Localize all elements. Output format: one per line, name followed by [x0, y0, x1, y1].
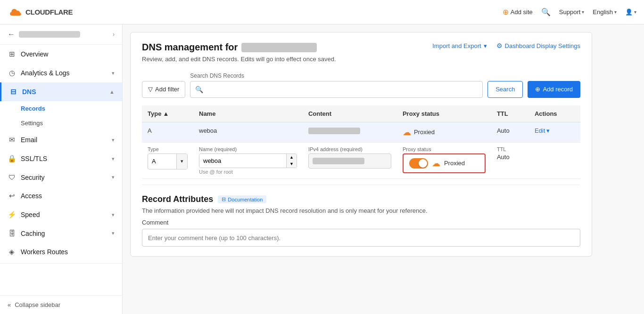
sidebar-item-email[interactable]: ✉ Email ▾: [0, 130, 122, 149]
topnav: CLOUDFLARE ⊕ Add site 🔍 Support ▾ Englis…: [0, 0, 644, 24]
name-arrow-up[interactable]: ▲: [287, 154, 297, 161]
record-attributes-title: Record Attributes ⊟ Documentation: [142, 194, 580, 204]
add-icon: ⊕: [535, 86, 540, 93]
title-prefix: DNS management for: [142, 42, 238, 53]
dns-card: DNS management for Review, add, and edit…: [130, 32, 592, 257]
sidebar-item-speed[interactable]: ⚡ Speed ▾: [0, 205, 122, 224]
analytics-caret-icon: ▾: [112, 70, 115, 76]
collapse-sidebar-button[interactable]: « Collapse sidebar: [0, 295, 122, 314]
proxy-value-label: Proxied: [444, 160, 465, 167]
table-row: A weboa ☁ Proxied: [142, 122, 580, 142]
col-proxy: Proxy status: [397, 105, 491, 122]
sidebar-item-label: Security: [21, 174, 45, 181]
dns-submenu: Records Settings: [0, 101, 122, 130]
sidebar-expand-icon[interactable]: ›: [113, 31, 115, 38]
sidebar-item-analytics[interactable]: ◷ Analytics & Logs ▾: [0, 64, 122, 82]
cell-name: weboa: [193, 122, 303, 142]
edit-actions-cell: [529, 142, 580, 179]
search-group: Search DNS Records 🔍: [190, 72, 483, 98]
overview-icon: ⊞: [8, 50, 16, 58]
comment-input[interactable]: [142, 229, 580, 247]
table-body: A weboa ☁ Proxied: [142, 122, 580, 179]
support-caret-icon: ▾: [582, 9, 584, 15]
workers-icon: ◈: [8, 248, 16, 256]
name-arrows: ▲ ▼: [286, 154, 297, 168]
topnav-right: ⊕ Add site 🔍 Support ▾ English ▾ 👤 ▾: [503, 8, 636, 16]
sidebar-item-overview[interactable]: ⊞ Overview: [0, 45, 122, 64]
type-select-wrap: A AAAA CNAME MX TXT ▾: [148, 153, 188, 169]
sidebar-item-workers[interactable]: ◈ Workers Routes: [0, 242, 122, 261]
ip-field-label: IPv4 address (required): [308, 146, 391, 152]
card-actions: Import and Export ▾ ⚙ Dashboard Display …: [432, 42, 580, 49]
sidebar-item-label: Access: [21, 192, 42, 200]
cell-proxy: ☁ Proxied: [397, 122, 491, 142]
col-ttl: TTL: [491, 105, 529, 122]
edit-ip-cell: IPv4 address (required): [303, 142, 397, 179]
cell-ttl: Auto: [491, 122, 529, 142]
edit-proxy-cell: Proxy status ☁ Proxied: [397, 142, 491, 179]
ssltls-caret-icon: ▾: [112, 156, 115, 162]
caching-icon: 🗄: [8, 229, 16, 237]
search-label: Search DNS Records: [190, 72, 483, 79]
import-export-label: Import and Export: [432, 42, 481, 49]
cell-actions: Edit ▾: [529, 122, 580, 142]
import-export-link[interactable]: Import and Export ▾: [432, 42, 487, 49]
sidebar-back-button[interactable]: ← ›: [0, 24, 122, 45]
speed-caret-icon: ▾: [112, 212, 115, 218]
sidebar-item-access[interactable]: ↩ Access: [0, 186, 122, 205]
documentation-badge[interactable]: ⊟ Documentation: [218, 195, 266, 203]
edit-button[interactable]: Edit ▾: [535, 127, 550, 134]
card-header: DNS management for Review, add, and edit…: [142, 42, 580, 64]
cloud-proxied-icon: ☁: [403, 127, 411, 137]
search-input[interactable]: [206, 86, 478, 93]
add-site-label: Add site: [511, 8, 533, 16]
search-button[interactable]: Search: [487, 81, 523, 98]
add-site-button[interactable]: ⊕ Add site: [503, 8, 533, 16]
proxy-status-label: Proxied: [414, 129, 435, 136]
toggle-knob: [419, 159, 427, 168]
domain-name: [241, 43, 317, 52]
sidebar-subitem-records[interactable]: Records: [21, 101, 122, 116]
plus-icon: ⊕: [503, 8, 509, 16]
dashboard-settings-link[interactable]: ⚙ Dashboard Display Settings: [496, 42, 580, 49]
dns-table: Type ▲ Name Content Proxy status: [142, 105, 580, 179]
add-record-label: Add record: [543, 86, 573, 93]
name-hint: Use @ for root: [199, 169, 297, 175]
search-btn-label: Search: [495, 86, 515, 93]
dns-icon: ⊟: [9, 88, 17, 96]
language-dropdown[interactable]: English ▾: [593, 8, 617, 16]
type-field-label: Type: [148, 146, 188, 152]
speed-icon: ⚡: [8, 210, 16, 219]
back-arrow-icon: ←: [8, 30, 15, 39]
language-label: English: [593, 8, 613, 16]
ssl-icon: 🔒: [8, 154, 16, 163]
table-header: Type ▲ Name Content Proxy status: [142, 105, 580, 122]
proxy-field-label: Proxy status: [403, 146, 486, 152]
name-arrow-down[interactable]: ▼: [287, 161, 297, 168]
sidebar-item-dns[interactable]: ⊟ DNS ▲: [0, 82, 122, 101]
sidebar-item-security[interactable]: 🛡 Security ▾: [0, 168, 122, 186]
name-field-label: Name (required): [199, 146, 297, 152]
sidebar-item-ssltls[interactable]: 🔒 SSL/TLS ▾: [0, 149, 122, 168]
dashboard-settings-label: Dashboard Display Settings: [505, 42, 580, 49]
card-description: Review, add, and edit DNS records. Edits…: [142, 55, 336, 64]
main-layout: ← › ⊞ Overview ◷ Analytics & Logs ▾ ⊟ DN…: [0, 24, 644, 314]
email-caret-icon: ▾: [112, 137, 115, 143]
add-filter-button[interactable]: ▽ Add filter: [142, 81, 185, 98]
edit-name-cell: Name (required) ▲ ▼ Use @ for root: [193, 142, 303, 179]
support-dropdown[interactable]: Support ▾: [559, 8, 585, 16]
name-input[interactable]: [199, 154, 286, 168]
global-search-button[interactable]: 🔍: [541, 8, 551, 16]
type-select[interactable]: A AAAA CNAME MX TXT: [148, 155, 176, 168]
sidebar-subitem-settings[interactable]: Settings: [21, 116, 122, 130]
col-type[interactable]: Type ▲: [142, 105, 193, 122]
proxy-status: ☁ Proxied: [403, 127, 486, 137]
sidebar-item-caching[interactable]: 🗄 Caching ▾: [0, 224, 122, 242]
edit-caret-icon: ▾: [546, 127, 550, 134]
col-content: Content: [303, 105, 397, 122]
proxy-toggle[interactable]: [409, 158, 428, 169]
user-menu[interactable]: 👤 ▾: [625, 8, 636, 16]
add-record-button[interactable]: ⊕ Add record: [528, 81, 580, 98]
card-header-left: DNS management for Review, add, and edit…: [142, 42, 336, 64]
cell-content: [303, 122, 397, 142]
